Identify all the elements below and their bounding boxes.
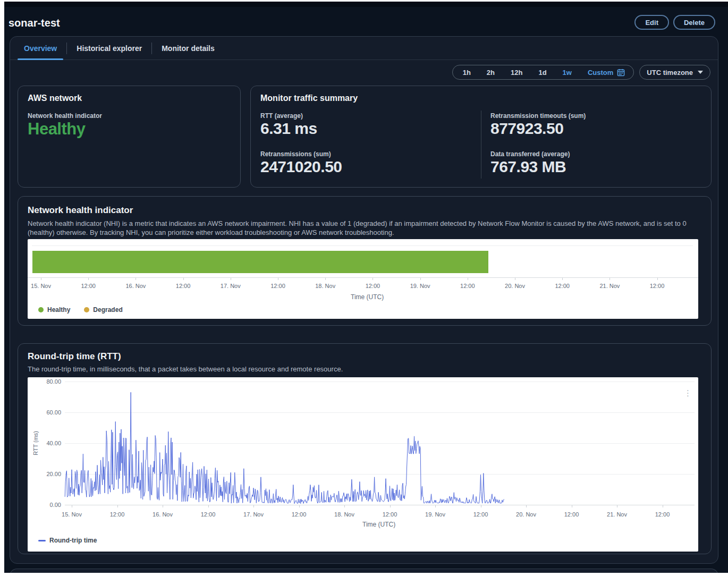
rtt-legend: Round-trip time: [38, 537, 97, 544]
tab-historical-explorer[interactable]: Historical explorer: [67, 37, 151, 60]
rtt-x-axis-title: Time (UTC): [362, 521, 395, 528]
rtt-tick-label: 12:00: [282, 511, 316, 518]
nhi-tick-label: 16. Nov: [118, 283, 153, 289]
rtt-tick-mark: [435, 505, 436, 507]
legend-item-round-trip-time[interactable]: Round-trip time: [38, 537, 97, 544]
rtt-section-description: The round-trip time, in milliseconds, th…: [28, 365, 699, 374]
rtt-tick-mark: [572, 505, 572, 507]
range-1d-button[interactable]: 1d: [530, 69, 554, 77]
rtt-tick-label: 17. Nov: [236, 511, 270, 518]
nhi-tick-mark: [136, 278, 136, 280]
page-title: sonar-test: [9, 17, 60, 29]
nhi-tick-mark: [468, 278, 468, 280]
nhi-metric-value: Healthy: [28, 120, 85, 139]
line-swatch-icon: [38, 540, 46, 541]
nhi-tick-mark: [657, 278, 658, 280]
rtt-card: Round-trip time (RTT) The round-trip tim…: [18, 343, 712, 554]
retransmissions-value: 2471020.50: [260, 158, 342, 176]
tab-monitor-details[interactable]: Monitor details: [152, 37, 224, 60]
aws-network-card-title: AWS network: [28, 94, 82, 103]
rtt-tick-mark: [72, 505, 72, 507]
data-transferred-value: 767.93 MB: [490, 158, 566, 176]
rtt-tick-mark: [617, 505, 617, 507]
rtt-tick-label: 15. Nov: [55, 511, 89, 518]
rtt-tick-label: 12:00: [555, 511, 589, 518]
rtt-tick-mark: [163, 505, 163, 507]
rtt-tick-mark: [299, 505, 300, 507]
degraded-dot-icon: [84, 307, 89, 312]
tab-overview[interactable]: Overview: [14, 37, 66, 60]
rtt-tick-label: 12:00: [191, 511, 225, 518]
nhi-x-axis-line: [28, 277, 698, 278]
rtt-tick-label: 12:00: [646, 511, 680, 518]
rtt-tick-mark: [253, 505, 254, 507]
top-strip: [4, 2, 728, 7]
range-1w-button[interactable]: 1w: [555, 69, 580, 77]
rtt-tick-label: 21. Nov: [600, 511, 634, 518]
nhi-tick-mark: [562, 278, 563, 280]
nhi-tick-label: 12:00: [71, 283, 105, 289]
chart-menu-icon[interactable]: ⋮: [684, 389, 692, 397]
rtt-tick-mark: [344, 505, 345, 507]
custom-range-button[interactable]: Custom: [580, 69, 631, 77]
legend-healthy-label: Healthy: [47, 306, 70, 314]
next-section-panel: [10, 569, 718, 573]
legend-degraded-label: Degraded: [93, 306, 122, 314]
range-2h-button[interactable]: 2h: [479, 69, 503, 77]
nhi-tick-mark: [183, 278, 184, 280]
rtt-average-value: 6.31 ms: [260, 120, 317, 138]
tab-bar: Overview Historical explorer Monitor det…: [10, 37, 718, 60]
rtt-tick-mark: [117, 505, 118, 507]
custom-range-label: Custom: [588, 69, 613, 77]
timezone-dropdown[interactable]: UTC timezone: [639, 65, 710, 80]
rtt-tick-mark: [663, 505, 663, 507]
retransmission-timeouts-label: Retransmission timeouts (sum): [490, 112, 586, 120]
timezone-label: UTC timezone: [647, 69, 693, 77]
nhi-tick-label: 21. Nov: [592, 283, 627, 289]
rtt-average-label: RTT (average): [260, 112, 303, 120]
rtt-section-title: Round-trip time (RTT): [28, 351, 121, 362]
rtt-tick-label: 16. Nov: [146, 511, 180, 518]
nhi-tick-mark: [373, 278, 373, 280]
main-panel: Overview Historical explorer Monitor det…: [10, 36, 718, 564]
nhi-tick-label: 12:00: [166, 283, 200, 289]
nhi-tick-label: 12:00: [640, 283, 674, 289]
nhi-tick-mark: [610, 278, 610, 280]
legend-item-degraded[interactable]: Degraded: [84, 306, 122, 314]
nhi-tick-label: 20. Nov: [498, 283, 532, 289]
calendar-icon: [617, 69, 625, 77]
rtt-tick-label: 20. Nov: [509, 511, 543, 518]
time-range-segmented-control: 1h 2h 12h 1d 1w Custom: [452, 65, 634, 80]
legend-item-healthy[interactable]: Healthy: [38, 306, 70, 314]
nhi-tick-mark: [41, 278, 41, 280]
time-controls: 1h 2h 12h 1d 1w Custom: [452, 65, 710, 80]
nhi-tick-label: 19. Nov: [403, 283, 437, 289]
nhi-healthy-bar: [32, 251, 489, 273]
rtt-tick-label: 12:00: [373, 511, 407, 518]
app-window: sonar-test Edit Delete Overview Historic…: [4, 2, 728, 573]
nhi-tick-mark: [325, 278, 326, 280]
legend-rtt-label: Round-trip time: [49, 537, 97, 544]
rtt-tick-label: 12:00: [464, 511, 498, 518]
chevron-down-icon: [698, 71, 703, 74]
rtt-tick-mark: [208, 505, 209, 507]
nhi-top-gridline: [32, 245, 693, 246]
nhi-metric-label: Network health indicator: [28, 112, 102, 120]
nhi-tick-label: 17. Nov: [214, 283, 248, 289]
range-12h-button[interactable]: 12h: [503, 69, 530, 77]
nhi-tick-label: 18. Nov: [308, 283, 342, 289]
nhi-chart: 15. Nov12:0016. Nov12:0017. Nov12:0018. …: [28, 239, 698, 319]
nhi-tick-label: 12:00: [545, 283, 579, 289]
rtt-tick-label: 12:00: [100, 511, 134, 518]
edit-button[interactable]: Edit: [634, 15, 669, 30]
range-1h-button[interactable]: 1h: [455, 69, 479, 77]
header-actions: Edit Delete: [634, 15, 715, 30]
nhi-tick-mark: [231, 278, 231, 280]
nhi-tick-mark: [420, 278, 421, 280]
delete-button[interactable]: Delete: [673, 15, 715, 30]
column-divider: [481, 111, 481, 179]
nhi-tick-label: 12:00: [451, 283, 485, 289]
retransmissions-label: Retransmissions (sum): [260, 150, 331, 158]
rtt-tick-mark: [390, 505, 391, 507]
rtt-chart: 80.0060.0040.0020.000.00 RTT (ms) 15. No…: [28, 377, 698, 552]
